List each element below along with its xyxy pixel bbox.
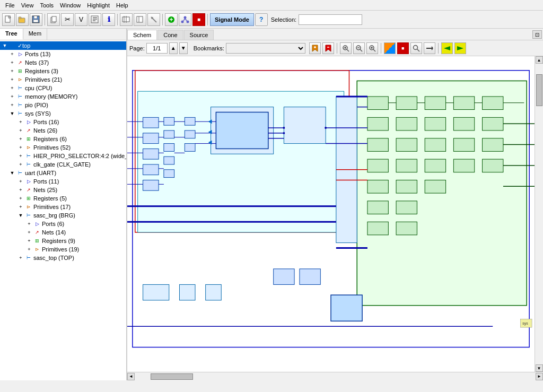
h-scroll-track[interactable] bbox=[135, 372, 536, 381]
list-item[interactable]: + ⊳ Primitives (19) bbox=[0, 245, 126, 254]
expand-btn[interactable]: + bbox=[8, 101, 16, 109]
tab-source[interactable]: Source bbox=[184, 30, 214, 40]
line-btn[interactable] bbox=[424, 42, 435, 54]
page-up-btn[interactable]: ▲ bbox=[169, 42, 178, 54]
tb-net-btn[interactable] bbox=[179, 13, 191, 26]
list-item[interactable]: + ▷ Ports (16) bbox=[0, 118, 126, 126]
menu-view[interactable]: View bbox=[18, 2, 37, 9]
list-item[interactable]: + ↗ Nets (14) bbox=[0, 228, 126, 237]
horizontal-scrollbar[interactable]: ◄ ► bbox=[127, 372, 543, 380]
paste-button[interactable]: V bbox=[75, 13, 87, 26]
scroll-track[interactable] bbox=[535, 64, 543, 364]
list-item[interactable]: + ⊳ Primitives (21) bbox=[0, 75, 126, 84]
list-item[interactable]: + ⊢ HIER_PRIO_SELECTOR:4:2 (wide_S bbox=[0, 152, 126, 160]
tab-mem[interactable]: Mem bbox=[23, 29, 47, 40]
expand-btn[interactable]: + bbox=[17, 135, 24, 143]
expand-btn[interactable]: + bbox=[17, 127, 24, 134]
tree-root[interactable]: ▼ ⊟ ✓top bbox=[0, 41, 126, 50]
zoom-fit-btn[interactable] bbox=[340, 42, 352, 54]
expand-btn[interactable]: + bbox=[8, 93, 16, 100]
list-item[interactable]: + ↗ Nets (25) bbox=[0, 186, 126, 194]
expand-btn[interactable]: + bbox=[8, 67, 16, 75]
open-button[interactable] bbox=[16, 13, 29, 26]
menu-help[interactable]: Help bbox=[113, 2, 132, 9]
expand-btn[interactable]: + bbox=[17, 118, 24, 126]
scroll-left-btn[interactable]: ◄ bbox=[127, 373, 135, 380]
expand-btn[interactable]: + bbox=[8, 76, 16, 83]
info-button[interactable]: ℹ bbox=[102, 13, 115, 26]
expand-btn[interactable]: + bbox=[17, 254, 24, 262]
tab-schem[interactable]: Schem bbox=[127, 30, 157, 40]
list-item[interactable]: + ⊢ cpu (CPU) bbox=[0, 84, 126, 92]
expand-btn[interactable]: ▼ bbox=[17, 212, 24, 219]
back-btn[interactable] bbox=[441, 42, 453, 54]
add-bookmark-btn[interactable] bbox=[309, 42, 321, 54]
list-item[interactable]: + ⊳ Primitives (17) bbox=[0, 203, 126, 211]
tab-tree[interactable]: Tree bbox=[0, 29, 23, 40]
menu-highlight[interactable]: Highlight bbox=[84, 2, 113, 9]
tb-add-btn[interactable]: + bbox=[165, 13, 178, 26]
expand-btn[interactable]: + bbox=[25, 229, 33, 236]
tb-btn9[interactable] bbox=[134, 13, 146, 26]
expand-btn[interactable]: + bbox=[17, 186, 24, 194]
list-item[interactable]: + ⊞ Registers (5) bbox=[0, 194, 126, 203]
list-item[interactable]: + ▷ Ports (13) bbox=[0, 50, 126, 58]
expand-btn[interactable]: ▼ bbox=[8, 110, 16, 117]
expand-btn[interactable]: + bbox=[25, 220, 33, 228]
scroll-thumb[interactable] bbox=[536, 74, 542, 106]
scroll-right-btn[interactable]: ► bbox=[536, 373, 543, 380]
del-bookmark-btn[interactable] bbox=[322, 42, 334, 54]
color-btn[interactable] bbox=[384, 42, 396, 54]
menu-tools[interactable]: Tools bbox=[37, 2, 57, 9]
expand-btn[interactable]: + bbox=[17, 161, 24, 168]
scroll-down-btn[interactable]: ▼ bbox=[536, 364, 543, 372]
zoom-out-btn[interactable] bbox=[353, 42, 365, 54]
expand-btn[interactable]: ▼ bbox=[8, 169, 16, 177]
list-item[interactable]: + ▷ Ports (11) bbox=[0, 177, 126, 186]
list-item[interactable]: + ⊢ sasc_top (TOP) bbox=[0, 254, 126, 262]
expand-btn[interactable]: + bbox=[8, 59, 16, 66]
cut-button[interactable]: ✂ bbox=[61, 13, 74, 26]
list-item[interactable]: + ⊢ memory (MEMORY) bbox=[0, 92, 126, 101]
list-item[interactable]: + ⊢ clk_gate (CLK_GATE) bbox=[0, 160, 126, 169]
search-btn[interactable] bbox=[410, 42, 422, 54]
schematic-button[interactable] bbox=[89, 13, 101, 26]
list-item[interactable]: + ⊞ Registers (9) bbox=[0, 237, 126, 245]
maximize-button[interactable]: ⊡ bbox=[532, 30, 542, 39]
tab-cone[interactable]: Cone bbox=[157, 30, 183, 40]
help-button[interactable]: ? bbox=[255, 13, 268, 26]
page-down-btn[interactable]: ▼ bbox=[179, 42, 188, 54]
expand-btn[interactable]: + bbox=[17, 152, 24, 160]
list-item[interactable]: + ⊳ Primitives (52) bbox=[0, 143, 126, 152]
scroll-up-btn[interactable]: ▲ bbox=[536, 56, 543, 64]
list-item[interactable]: ▼ ⊢ uart (UART) bbox=[0, 169, 126, 177]
expand-btn[interactable]: + bbox=[8, 50, 16, 58]
list-item[interactable]: ▼ ⊢ sys (SYS) bbox=[0, 109, 126, 118]
expand-btn[interactable]: + bbox=[17, 144, 24, 151]
expand-btn[interactable]: + bbox=[17, 178, 24, 185]
menu-window[interactable]: Window bbox=[57, 2, 84, 9]
expand-btn[interactable]: + bbox=[17, 195, 24, 202]
menu-file[interactable]: File bbox=[2, 2, 18, 9]
list-item[interactable]: ▼ ⊢ sasc_brg (BRG) bbox=[0, 211, 126, 220]
selection-input[interactable] bbox=[299, 14, 362, 25]
bookmarks-select[interactable] bbox=[226, 43, 305, 54]
signal-mode-button[interactable]: Signal Mode bbox=[210, 13, 254, 26]
schem-canvas[interactable]: sys bbox=[127, 56, 535, 372]
h-scroll-thumb[interactable] bbox=[151, 373, 193, 380]
list-item[interactable]: + ⊞ Registers (6) bbox=[0, 135, 126, 143]
list-item[interactable]: + ↗ Nets (37) bbox=[0, 58, 126, 67]
list-item[interactable]: + ⊞ Registers (3) bbox=[0, 67, 126, 75]
expand-btn[interactable]: + bbox=[8, 84, 16, 92]
expand-btn[interactable]: + bbox=[17, 203, 24, 211]
zoom-in-btn[interactable] bbox=[366, 42, 378, 54]
highlight-btn[interactable]: ■ bbox=[397, 42, 409, 54]
forward-btn[interactable] bbox=[454, 42, 466, 54]
list-item[interactable]: + ↗ Nets (26) bbox=[0, 126, 126, 135]
copy-button[interactable] bbox=[47, 13, 60, 26]
list-item[interactable]: + ▷ Ports (6) bbox=[0, 220, 126, 228]
new-button[interactable] bbox=[2, 13, 15, 26]
vertical-scrollbar[interactable]: ▲ ▼ bbox=[535, 56, 543, 372]
tb-btn10[interactable] bbox=[147, 13, 160, 26]
list-item[interactable]: + ⊢ pio (PIO) bbox=[0, 101, 126, 109]
